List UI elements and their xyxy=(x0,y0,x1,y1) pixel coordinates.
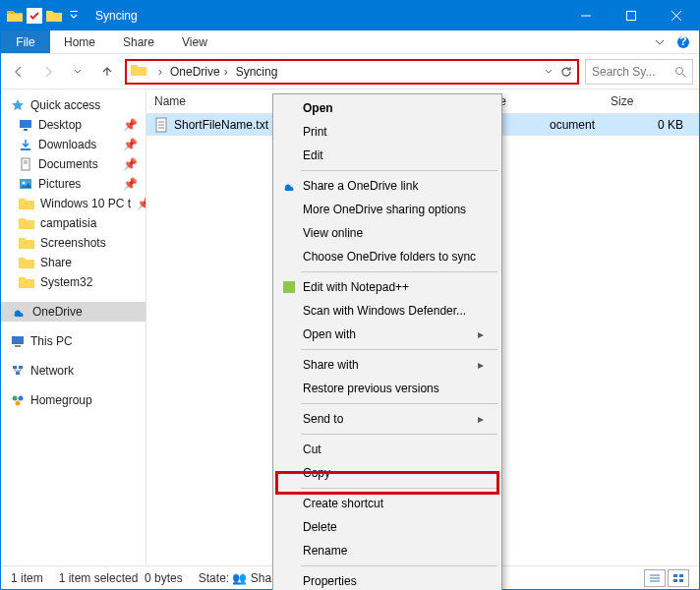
recent-dropdown-icon[interactable] xyxy=(66,60,89,84)
nav-campatisia[interactable]: campatisia xyxy=(1,213,146,233)
svg-point-16 xyxy=(23,182,26,185)
folder-icon xyxy=(131,63,148,81)
ctx-restore-previous[interactable]: Restore previous versions xyxy=(275,377,499,400)
nav-network[interactable]: Network xyxy=(1,361,146,381)
back-button[interactable] xyxy=(7,60,30,84)
ctx-share-with[interactable]: Share with▸ xyxy=(275,353,499,377)
documents-icon xyxy=(19,157,32,171)
ctx-copy[interactable]: Copy xyxy=(275,461,499,485)
ctx-create-shortcut[interactable]: Create shortcut xyxy=(275,492,499,515)
pin-icon: 📌 xyxy=(123,138,138,151)
ctx-open-with[interactable]: Open with▸ xyxy=(275,323,499,346)
svg-rect-11 xyxy=(21,148,30,150)
search-input[interactable]: Search Sy... xyxy=(585,59,693,85)
svg-point-7 xyxy=(676,67,683,74)
pin-icon: 📌 xyxy=(123,118,138,132)
nav-share[interactable]: Share xyxy=(1,253,146,272)
maximize-button[interactable] xyxy=(609,1,654,30)
downloads-icon xyxy=(19,138,32,151)
refresh-icon[interactable] xyxy=(559,65,573,79)
svg-rect-21 xyxy=(16,372,20,375)
address-bar[interactable]: › OneDrive› Syncing xyxy=(125,59,579,85)
address-dropdown-icon[interactable] xyxy=(544,67,554,77)
nav-screenshots[interactable]: Screenshots xyxy=(1,233,146,253)
ctx-scan-defender[interactable]: Scan with Windows Defender... xyxy=(275,299,499,323)
breadcrumb-onedrive[interactable]: OneDrive› xyxy=(166,65,232,79)
window-title: Syncing xyxy=(88,9,138,23)
breadcrumb-sep[interactable]: › xyxy=(154,65,166,79)
pin-icon: 📌 xyxy=(123,157,138,171)
ctx-cut[interactable]: Cut xyxy=(275,438,499,461)
onedrive-icon xyxy=(11,306,27,318)
qat-dropdown-icon[interactable] xyxy=(66,8,82,24)
nav-documents[interactable]: Documents📌 xyxy=(1,154,146,174)
svg-line-8 xyxy=(682,74,685,77)
ctx-print[interactable]: Print xyxy=(275,120,499,144)
folder-icon xyxy=(19,256,34,269)
nav-onedrive[interactable]: OneDrive xyxy=(1,302,146,322)
pin-icon: 📌 xyxy=(123,177,138,191)
chevron-right-icon: ▸ xyxy=(478,358,484,372)
nav-thispc[interactable]: This PC xyxy=(1,331,146,351)
col-size[interactable]: Size xyxy=(603,89,699,113)
nav-pictures[interactable]: Pictures📌 xyxy=(1,174,146,194)
ctx-rename[interactable]: Rename xyxy=(275,539,499,562)
address-row: › OneDrive› Syncing Search Sy... xyxy=(1,54,699,89)
nav-desktop[interactable]: Desktop📌 xyxy=(1,115,146,135)
nav-quick-access[interactable]: Quick access xyxy=(1,95,146,115)
ctx-edit-notepadpp[interactable]: Edit with Notepad++ xyxy=(275,275,499,299)
ctx-send-to[interactable]: Send to▸ xyxy=(275,407,499,431)
search-icon xyxy=(674,66,686,78)
svg-point-24 xyxy=(16,401,21,406)
breadcrumb-syncing[interactable]: Syncing xyxy=(232,65,282,79)
qat-properties-icon[interactable] xyxy=(27,8,42,24)
notepadpp-icon xyxy=(281,279,297,295)
ctx-view-online[interactable]: View online xyxy=(275,221,499,245)
svg-rect-2 xyxy=(627,12,636,21)
status-selection: 1 item selected 0 bytes xyxy=(59,571,183,585)
ctx-choose-sync[interactable]: Choose OneDrive folders to sync xyxy=(275,245,499,268)
svg-rect-10 xyxy=(24,129,28,131)
folder-icon xyxy=(19,197,34,210)
thispc-icon xyxy=(11,334,25,348)
up-button[interactable] xyxy=(95,60,119,84)
nav-downloads[interactable]: Downloads📌 xyxy=(1,135,146,154)
ctx-open[interactable]: Open xyxy=(275,96,499,120)
ctx-share-onedrive-link[interactable]: Share a OneDrive link xyxy=(275,174,499,198)
ctx-more-onedrive-sharing[interactable]: More OneDrive sharing options xyxy=(275,198,499,221)
file-size: 0 KB xyxy=(603,118,699,132)
explorer-window: Syncing File Home Share View ? › OneDriv… xyxy=(0,0,700,590)
folder-icon xyxy=(19,275,34,289)
homegroup-icon xyxy=(11,393,25,407)
view-large-button[interactable] xyxy=(668,569,689,587)
ribbon: File Home Share View ? xyxy=(1,30,699,54)
close-button[interactable] xyxy=(654,1,699,30)
nav-system32[interactable]: System32 xyxy=(1,272,146,292)
forward-button[interactable] xyxy=(36,60,60,84)
ribbon-tab-share[interactable]: Share xyxy=(109,30,168,53)
ctx-properties[interactable]: Properties xyxy=(275,569,499,590)
shared-icon: 👥 xyxy=(232,571,247,585)
svg-point-23 xyxy=(19,396,24,401)
chevron-right-icon: ▸ xyxy=(478,327,484,341)
context-menu: Open Print Edit Share a OneDrive link Mo… xyxy=(272,93,502,590)
help-icon[interactable]: ? xyxy=(675,30,699,53)
nav-win10pc[interactable]: Windows 10 PC t📌 xyxy=(1,194,146,213)
ribbon-tab-home[interactable]: Home xyxy=(50,30,109,53)
ribbon-expand-icon[interactable] xyxy=(652,30,675,53)
svg-rect-17 xyxy=(12,336,24,344)
nav-homegroup[interactable]: Homegroup xyxy=(1,390,146,410)
search-placeholder: Search Sy... xyxy=(592,65,674,79)
pictures-icon xyxy=(19,177,32,191)
svg-rect-0 xyxy=(70,11,78,12)
view-details-button[interactable] xyxy=(644,569,666,587)
window-controls xyxy=(563,1,699,30)
ctx-delete[interactable]: Delete xyxy=(275,515,499,539)
ribbon-file[interactable]: File xyxy=(1,30,50,53)
pin-icon: 📌 xyxy=(137,197,146,210)
network-icon xyxy=(11,364,25,378)
ctx-edit[interactable]: Edit xyxy=(275,144,499,167)
ribbon-tab-view[interactable]: View xyxy=(168,30,221,53)
content-area: Name Date modified Type Size ShortFileNa… xyxy=(146,89,699,565)
minimize-button[interactable] xyxy=(563,1,609,30)
